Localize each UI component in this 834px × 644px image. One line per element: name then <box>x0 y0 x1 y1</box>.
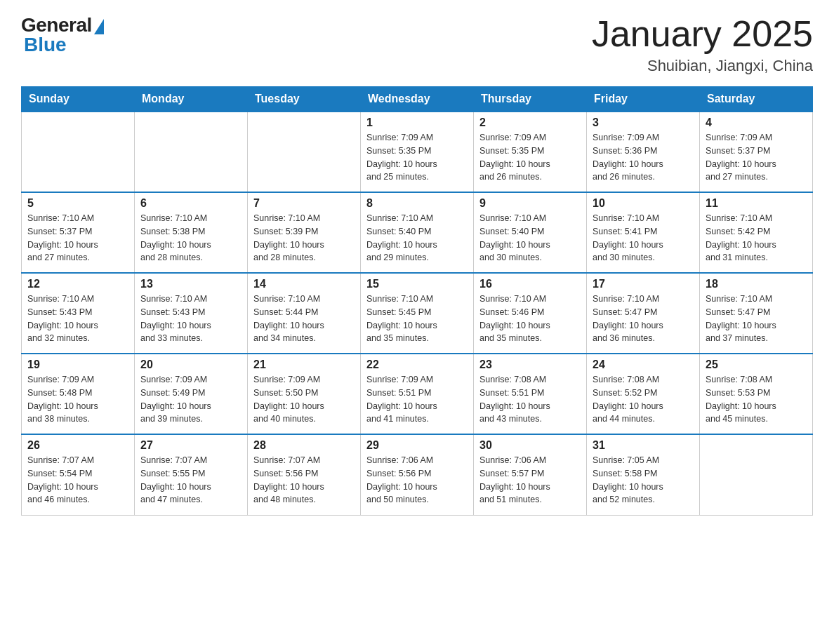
week-row-3: 12Sunrise: 7:10 AM Sunset: 5:43 PM Dayli… <box>22 273 813 354</box>
day-info: Sunrise: 7:09 AM Sunset: 5:37 PM Dayligh… <box>706 131 807 184</box>
day-number: 31 <box>593 439 694 452</box>
day-info: Sunrise: 7:10 AM Sunset: 5:38 PM Dayligh… <box>140 212 241 264</box>
day-number: 11 <box>706 197 807 210</box>
calendar-cell: 31Sunrise: 7:05 AM Sunset: 5:58 PM Dayli… <box>587 434 700 515</box>
day-info: Sunrise: 7:10 AM Sunset: 5:45 PM Dayligh… <box>366 293 468 345</box>
day-number: 19 <box>27 358 128 371</box>
day-number: 21 <box>253 358 355 371</box>
day-number: 15 <box>366 278 468 290</box>
calendar-cell: 28Sunrise: 7:07 AM Sunset: 5:56 PM Dayli… <box>248 434 361 515</box>
day-info: Sunrise: 7:09 AM Sunset: 5:36 PM Dayligh… <box>593 131 694 184</box>
calendar-title: January 2025 <box>592 14 813 54</box>
day-number: 16 <box>479 278 581 290</box>
day-number: 12 <box>27 278 128 290</box>
day-number: 22 <box>366 358 468 371</box>
calendar-cell: 19Sunrise: 7:09 AM Sunset: 5:48 PM Dayli… <box>22 354 135 434</box>
week-row-1: 1Sunrise: 7:09 AM Sunset: 5:35 PM Daylig… <box>22 112 813 192</box>
day-info: Sunrise: 7:08 AM Sunset: 5:53 PM Dayligh… <box>706 373 807 426</box>
calendar-cell: 6Sunrise: 7:10 AM Sunset: 5:38 PM Daylig… <box>135 192 248 273</box>
calendar-cell: 22Sunrise: 7:09 AM Sunset: 5:51 PM Dayli… <box>361 354 474 434</box>
day-info: Sunrise: 7:07 AM Sunset: 5:55 PM Dayligh… <box>140 454 241 507</box>
day-number: 3 <box>593 116 694 129</box>
day-number: 2 <box>479 116 581 129</box>
day-info: Sunrise: 7:09 AM Sunset: 5:35 PM Dayligh… <box>366 131 468 184</box>
day-number: 25 <box>706 358 807 371</box>
header-tuesday: Tuesday <box>248 87 361 112</box>
calendar-cell: 20Sunrise: 7:09 AM Sunset: 5:49 PM Dayli… <box>135 354 248 434</box>
day-number: 9 <box>479 197 581 210</box>
calendar-cell: 10Sunrise: 7:10 AM Sunset: 5:41 PM Dayli… <box>587 192 700 273</box>
week-row-4: 19Sunrise: 7:09 AM Sunset: 5:48 PM Dayli… <box>22 354 813 434</box>
calendar-cell: 9Sunrise: 7:10 AM Sunset: 5:40 PM Daylig… <box>474 192 587 273</box>
header-sunday: Sunday <box>22 87 135 112</box>
day-number: 28 <box>253 439 355 452</box>
day-info: Sunrise: 7:10 AM Sunset: 5:37 PM Dayligh… <box>27 212 128 264</box>
calendar-cell: 14Sunrise: 7:10 AM Sunset: 5:44 PM Dayli… <box>248 273 361 354</box>
day-info: Sunrise: 7:10 AM Sunset: 5:43 PM Dayligh… <box>140 293 241 345</box>
day-number: 23 <box>479 358 581 371</box>
day-info: Sunrise: 7:10 AM Sunset: 5:47 PM Dayligh… <box>593 293 694 345</box>
day-number: 1 <box>366 116 468 129</box>
logo-triangle-icon <box>94 19 104 34</box>
day-number: 8 <box>366 197 468 210</box>
day-info: Sunrise: 7:08 AM Sunset: 5:52 PM Dayligh… <box>593 373 694 426</box>
day-number: 18 <box>706 278 807 290</box>
calendar-cell: 5Sunrise: 7:10 AM Sunset: 5:37 PM Daylig… <box>22 192 135 273</box>
day-info: Sunrise: 7:06 AM Sunset: 5:56 PM Dayligh… <box>366 454 468 507</box>
calendar-cell: 27Sunrise: 7:07 AM Sunset: 5:55 PM Dayli… <box>135 434 248 515</box>
calendar-cell: 17Sunrise: 7:10 AM Sunset: 5:47 PM Dayli… <box>587 273 700 354</box>
calendar-cell: 13Sunrise: 7:10 AM Sunset: 5:43 PM Dayli… <box>135 273 248 354</box>
calendar-cell: 8Sunrise: 7:10 AM Sunset: 5:40 PM Daylig… <box>361 192 474 273</box>
day-info: Sunrise: 7:09 AM Sunset: 5:35 PM Dayligh… <box>479 131 581 184</box>
day-number: 27 <box>140 439 241 452</box>
day-number: 10 <box>593 197 694 210</box>
header-thursday: Thursday <box>474 87 587 112</box>
calendar-cell: 21Sunrise: 7:09 AM Sunset: 5:50 PM Dayli… <box>248 354 361 434</box>
calendar-subtitle: Shuibian, Jiangxi, China <box>592 57 813 75</box>
calendar-cell: 26Sunrise: 7:07 AM Sunset: 5:54 PM Dayli… <box>22 434 135 515</box>
day-number: 20 <box>140 358 241 371</box>
day-info: Sunrise: 7:08 AM Sunset: 5:51 PM Dayligh… <box>479 373 581 426</box>
day-number: 13 <box>140 278 241 290</box>
logo-blue-text: Blue <box>24 34 67 56</box>
calendar-cell <box>135 112 248 192</box>
day-number: 26 <box>27 439 128 452</box>
calendar-cell: 1Sunrise: 7:09 AM Sunset: 5:35 PM Daylig… <box>361 112 474 192</box>
day-info: Sunrise: 7:10 AM Sunset: 5:41 PM Dayligh… <box>593 212 694 264</box>
day-number: 24 <box>593 358 694 371</box>
day-number: 14 <box>253 278 355 290</box>
header-friday: Friday <box>587 87 700 112</box>
day-info: Sunrise: 7:10 AM Sunset: 5:40 PM Dayligh… <box>366 212 468 264</box>
week-row-5: 26Sunrise: 7:07 AM Sunset: 5:54 PM Dayli… <box>22 434 813 515</box>
day-number: 4 <box>706 116 807 129</box>
day-info: Sunrise: 7:07 AM Sunset: 5:56 PM Dayligh… <box>253 454 355 507</box>
day-info: Sunrise: 7:10 AM Sunset: 5:39 PM Dayligh… <box>253 212 355 264</box>
day-info: Sunrise: 7:05 AM Sunset: 5:58 PM Dayligh… <box>593 454 694 507</box>
calendar-cell <box>22 112 135 192</box>
day-info: Sunrise: 7:09 AM Sunset: 5:51 PM Dayligh… <box>366 373 468 426</box>
logo: General Blue <box>21 14 104 56</box>
day-info: Sunrise: 7:10 AM Sunset: 5:43 PM Dayligh… <box>27 293 128 345</box>
day-info: Sunrise: 7:09 AM Sunset: 5:48 PM Dayligh… <box>27 373 128 426</box>
calendar-cell <box>700 434 813 515</box>
calendar-cell: 29Sunrise: 7:06 AM Sunset: 5:56 PM Dayli… <box>361 434 474 515</box>
day-number: 6 <box>140 197 241 210</box>
calendar-cell: 11Sunrise: 7:10 AM Sunset: 5:42 PM Dayli… <box>700 192 813 273</box>
header-wednesday: Wednesday <box>361 87 474 112</box>
header-monday: Monday <box>135 87 248 112</box>
calendar-cell: 7Sunrise: 7:10 AM Sunset: 5:39 PM Daylig… <box>248 192 361 273</box>
calendar-cell <box>248 112 361 192</box>
day-info: Sunrise: 7:10 AM Sunset: 5:40 PM Dayligh… <box>479 212 581 264</box>
calendar-cell: 3Sunrise: 7:09 AM Sunset: 5:36 PM Daylig… <box>587 112 700 192</box>
calendar-cell: 25Sunrise: 7:08 AM Sunset: 5:53 PM Dayli… <box>700 354 813 434</box>
calendar-cell: 15Sunrise: 7:10 AM Sunset: 5:45 PM Dayli… <box>361 273 474 354</box>
day-info: Sunrise: 7:10 AM Sunset: 5:42 PM Dayligh… <box>706 212 807 264</box>
calendar-cell: 4Sunrise: 7:09 AM Sunset: 5:37 PM Daylig… <box>700 112 813 192</box>
day-info: Sunrise: 7:10 AM Sunset: 5:44 PM Dayligh… <box>253 293 355 345</box>
calendar-header-row: SundayMondayTuesdayWednesdayThursdayFrid… <box>22 87 813 112</box>
day-info: Sunrise: 7:09 AM Sunset: 5:49 PM Dayligh… <box>140 373 241 426</box>
day-number: 7 <box>253 197 355 210</box>
title-section: January 2025 Shuibian, Jiangxi, China <box>592 14 813 75</box>
day-number: 30 <box>479 439 581 452</box>
day-info: Sunrise: 7:09 AM Sunset: 5:50 PM Dayligh… <box>253 373 355 426</box>
